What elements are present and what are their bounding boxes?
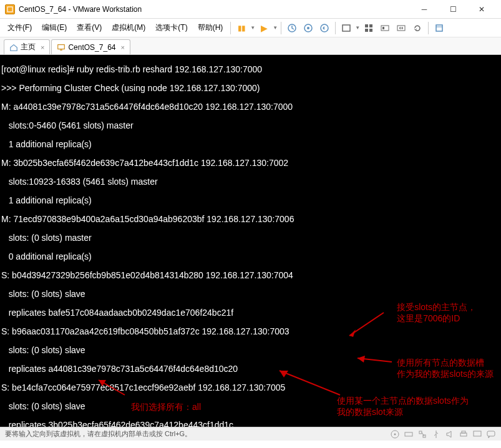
svg-rect-28 — [419, 431, 422, 434]
home-icon — [9, 43, 18, 52]
drive-icon[interactable] — [404, 429, 414, 439]
separator — [428, 22, 429, 34]
menu-view[interactable]: 查看(V) — [72, 20, 107, 36]
terminal-line: M: 3b025b3ecfa65f462de639c7a412be443cf1d… — [1, 158, 500, 168]
terminal-line: [root@linux redis]# ruby redis-trib.rb r… — [1, 65, 500, 74]
close-button[interactable]: ✕ — [467, 0, 496, 19]
tab-vm-label: CentOS_7_64 — [68, 43, 115, 52]
svg-rect-5 — [343, 25, 350, 31]
svg-rect-32 — [462, 431, 465, 433]
annotation-line: 使用所有节点的数据槽 — [397, 357, 494, 368]
fullscreen-icon[interactable] — [339, 21, 353, 35]
menubar: 文件(F) 编辑(E) 查看(V) 虚拟机(M) 选项卡(T) 帮助(H) ▮▮… — [0, 19, 501, 37]
menu-tabs[interactable]: 选项卡(T) — [150, 20, 192, 36]
svg-rect-27 — [405, 432, 412, 436]
sound-icon[interactable] — [445, 429, 455, 439]
message-icon[interactable] — [486, 429, 496, 439]
menu-edit[interactable]: 编辑(E) — [37, 20, 72, 36]
terminal-line: >>> Performing Cluster Check (using node… — [1, 84, 500, 93]
monitor-icon — [57, 43, 66, 52]
annotation-line: 作为我的数据slots的来源 — [397, 368, 494, 379]
svg-marker-20 — [358, 356, 365, 363]
terminal-line: 0 additional replica(s) — [1, 252, 500, 261]
close-icon[interactable]: × — [41, 44, 44, 51]
status-text: 要将输入定向到该虚拟机，请在虚拟机内部单击或按 Ctrl+G。 — [5, 429, 192, 439]
svg-rect-15 — [58, 44, 65, 49]
printer-icon[interactable] — [459, 429, 469, 439]
unity-icon[interactable] — [362, 21, 376, 35]
annotation-line: 接受slots的主节点， — [397, 301, 476, 313]
terminal-line: slots:0-5460 (5461 slots) master — [1, 121, 500, 130]
dropdown-icon[interactable]: ▼ — [354, 25, 361, 31]
svg-rect-16 — [61, 49, 63, 50]
annotation-3: 使用某一个主节点的数据slots作为 我的数据slot来源 — [337, 395, 469, 417]
tabbar: 主页 × CentOS_7_64 × — [0, 37, 501, 55]
snapshot-icon[interactable] — [285, 21, 299, 35]
svg-line-19 — [358, 358, 392, 362]
svg-rect-34 — [487, 431, 495, 436]
window-title: CentOS_7_64 - VMware Workstation — [19, 5, 410, 14]
svg-rect-8 — [365, 29, 368, 32]
terminal-line: slots: (0 slots) slave — [1, 290, 500, 299]
annotation-line: 我的数据slot来源 — [337, 406, 469, 417]
terminal-line: S: b04d39427329b256fcb9b851e02d4b814314b… — [1, 271, 500, 280]
snapshot-revert-icon[interactable] — [318, 21, 331, 35]
separator — [281, 22, 281, 34]
app-icon — [5, 4, 15, 14]
snapshot-manage-icon[interactable] — [301, 21, 315, 35]
tab-home[interactable]: 主页 × — [4, 39, 50, 54]
annotation-2: 使用所有节点的数据槽 作为我的数据slots的来源 — [397, 357, 494, 379]
disk-icon[interactable] — [390, 429, 400, 439]
separator — [230, 22, 231, 34]
svg-rect-9 — [369, 29, 372, 32]
terminal-line: 1 additional replica(s) — [1, 196, 500, 205]
terminal-line: S: b96aac031170a2aa42c619fbc08450bb51af3… — [1, 327, 500, 336]
tab-vm[interactable]: CentOS_7_64 × — [51, 39, 130, 54]
svg-rect-33 — [474, 431, 481, 436]
svg-rect-10 — [381, 26, 389, 31]
annotation-line: 使用某一个主节点的数据slots作为 — [337, 395, 469, 406]
dropdown-icon[interactable]: ▼ — [272, 25, 278, 31]
annotation-line: 这里是7006的ID — [397, 313, 476, 324]
pause-icon[interactable]: ▮▮ — [235, 21, 248, 35]
terminal-line: M: 71ecd970838e9b400a2a6a15cd30a94ab9620… — [1, 215, 500, 224]
svg-point-3 — [307, 27, 309, 29]
terminal[interactable]: [root@linux redis]# ruby redis-trib.rb r… — [0, 55, 501, 427]
svg-rect-0 — [7, 7, 12, 12]
maximize-button[interactable]: ☐ — [439, 0, 467, 19]
svg-rect-31 — [460, 433, 467, 436]
menu-vm[interactable]: 虚拟机(M) — [107, 20, 150, 36]
usb-icon[interactable] — [431, 429, 441, 439]
svg-rect-7 — [369, 24, 372, 27]
terminal-line: replicates 3b025b3ecfa65f462de639c7a412b… — [1, 421, 500, 427]
svg-point-26 — [394, 433, 396, 435]
status-icons — [390, 429, 496, 439]
thumbnail-icon[interactable] — [378, 21, 392, 35]
minimize-button[interactable]: ─ — [410, 0, 439, 19]
library-icon[interactable] — [432, 21, 446, 35]
play-icon[interactable]: ▶ — [257, 21, 271, 35]
menu-file[interactable]: 文件(F) — [2, 20, 37, 36]
tab-home-label: 主页 — [21, 42, 36, 52]
annotation-4: 我们选择所有：all — [131, 401, 201, 412]
menu-help[interactable]: 帮助(H) — [193, 20, 228, 36]
terminal-line: S: be14cfa7cc064e75977ec8517c1eccf96e92a… — [1, 383, 500, 392]
terminal-line: slots:10923-16383 (5461 slots) master — [1, 177, 500, 187]
titlebar: CentOS_7_64 - VMware Workstation ─ ☐ ✕ — [0, 0, 501, 19]
separator — [335, 22, 336, 34]
stretch-icon[interactable] — [394, 21, 408, 35]
svg-rect-6 — [365, 24, 368, 27]
terminal-line: slots: (0 slots) master — [1, 233, 500, 243]
dropdown-icon[interactable]: ▼ — [250, 25, 256, 31]
statusbar: 要将输入定向到该虚拟机，请在虚拟机内部单击或按 Ctrl+G。 — [0, 427, 501, 441]
terminal-line: slots: (0 slots) slave — [1, 346, 500, 355]
cycle-icon[interactable] — [411, 21, 424, 35]
annotation-1: 接受slots的主节点， 这里是7006的ID — [397, 301, 476, 324]
terminal-line: 1 additional replica(s) — [1, 140, 500, 149]
svg-rect-13 — [436, 25, 442, 31]
display-icon[interactable] — [472, 429, 482, 439]
network-icon[interactable] — [417, 429, 427, 439]
close-icon[interactable]: × — [121, 44, 125, 51]
svg-rect-11 — [382, 27, 384, 29]
terminal-line: M: a44081c39e7978c731a5c64476f4dc64e8d10… — [1, 102, 500, 112]
